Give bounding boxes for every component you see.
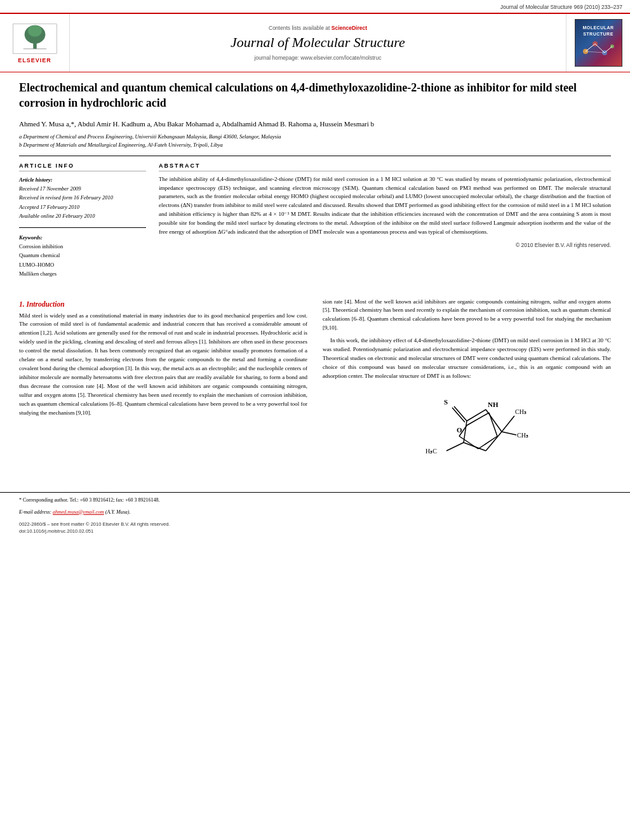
O-atom-label: O — [457, 426, 462, 434]
journal-ref-text: Journal of Molecular Structure 969 (2010… — [500, 4, 622, 10]
author-affiliations: a Department of Chemical and Process Eng… — [19, 133, 611, 149]
journal-reference: Journal of Molecular Structure 969 (2010… — [0, 0, 630, 13]
svg-line-25 — [452, 408, 465, 422]
keyword-3: LUMO–HOMO — [19, 260, 146, 269]
keywords-label: Keywords: — [19, 234, 146, 241]
affiliation-a: a Department of Chemical and Process Eng… — [19, 133, 611, 141]
svg-line-10 — [586, 44, 595, 51]
keyword-4: Mulliken charges — [19, 269, 146, 278]
svg-line-16 — [478, 436, 497, 449]
NH-label: NH — [488, 401, 499, 408]
body-text-left: Mild steel is widely used as a constitut… — [19, 312, 307, 418]
svg-line-23 — [464, 421, 467, 443]
article-info-label: ARTICLE INFO — [19, 163, 146, 171]
elsevier-label: ELSEVIER — [18, 57, 51, 63]
journal-title: Journal of Molecular Structure — [231, 34, 405, 51]
svg-line-26 — [502, 416, 514, 432]
svg-line-19 — [467, 410, 486, 421]
history-divider — [19, 227, 146, 228]
elsevier-logo-area: ELSEVIER — [0, 14, 70, 72]
intro-para-2: sion rate [4]. Most of the well known ac… — [323, 298, 611, 333]
history-label: Article history: — [19, 175, 146, 184]
accepted-date: Accepted 17 February 2010 — [19, 203, 146, 211]
S-label: S — [444, 398, 448, 406]
abstract-label: ABSTRACT — [159, 163, 611, 171]
article-info-abstract: ARTICLE INFO Article history: Received 1… — [19, 163, 611, 279]
footnote-star-text: * Corresponding author. Tel.: +60 3 8921… — [19, 497, 159, 503]
mol-struct-logo: MOLECULARSTRUCTURE — [575, 19, 622, 67]
article-info-column: ARTICLE INFO Article history: Received 1… — [19, 163, 146, 279]
email-suffix: (A.Y. Musa). — [105, 509, 131, 515]
body-col-left: 1. Introduction Mild steel is widely use… — [19, 298, 307, 473]
keyword-list: Corrosion inhibition Quantum chemical LU… — [19, 242, 146, 279]
abstract-column: ABSTRACT The inhibition ability of 4,4-d… — [159, 163, 611, 279]
issn-line: 0022-2860/$ – see front matter © 2010 El… — [19, 521, 170, 535]
keyword-2: Quantum chemical — [19, 251, 146, 260]
affiliation-b: b Department of Materials and Metallurgi… — [19, 141, 611, 149]
keywords-section: Keywords: Corrosion inhibition Quantum c… — [19, 234, 146, 279]
doi-text: doi:10.1016/j.molstruc.2010.02.051 — [19, 528, 170, 535]
abstract-text: The inhibition ability of 4,4-dimethylox… — [159, 175, 611, 237]
keyword-1: Corrosion inhibition — [19, 242, 146, 251]
journal-homepage: journal homepage: www.elsevier.com/locat… — [255, 55, 382, 61]
mol-struct-graphic — [579, 39, 617, 61]
mol-struct-logo-area: MOLECULARSTRUCTURE — [566, 14, 630, 72]
footnote-star: * Corresponding author. Tel.: +60 3 8921… — [19, 497, 611, 505]
svg-line-27 — [502, 432, 516, 435]
article-title: Electrochemical and quantum chemical cal… — [19, 80, 611, 111]
svg-line-24 — [454, 406, 467, 421]
footnote-bottom: 0022-2860/$ – see front matter © 2010 El… — [19, 521, 611, 535]
intro-para-1: Mild steel is widely used as a constitut… — [19, 312, 307, 418]
svg-line-22 — [464, 443, 486, 451]
available-date: Available online 20 February 2010 — [19, 211, 146, 220]
svg-line-28 — [446, 443, 464, 451]
svg-point-4 — [28, 25, 42, 36]
footnote-email: E-mail address: ahmed.musa@ymail.com (A.… — [19, 509, 611, 517]
body-col-right: sion rate [4]. Most of the well known ac… — [323, 298, 611, 473]
elsevier-tree-icon — [10, 23, 60, 55]
CH3-right-label: CH₃ — [517, 432, 528, 439]
sciencedirect-line: Contents lists available at ScienceDirec… — [269, 25, 367, 31]
H3C-label: H₃C — [426, 448, 437, 455]
chemical-structure-area: O NH S CH₃ CH₃ H₃C — [323, 390, 611, 473]
article-authors: Ahmed Y. Musa a,*, Abdul Amir H. Kadhum … — [19, 119, 611, 130]
email-label: E-mail address: — [19, 509, 51, 515]
issn-text: 0022-2860/$ – see front matter © 2010 El… — [19, 521, 170, 528]
sciencedirect-link[interactable]: ScienceDirect — [332, 25, 367, 31]
journal-title-area: Contents lists available at ScienceDirec… — [70, 14, 566, 72]
svg-line-11 — [595, 44, 605, 53]
svg-line-21 — [486, 432, 502, 451]
svg-line-13 — [586, 51, 605, 53]
body-two-col: 1. Introduction Mild steel is widely use… — [19, 298, 611, 473]
body-text-right: sion rate [4]. Most of the well known ac… — [323, 298, 611, 381]
email-link[interactable]: ahmed.musa@ymail.com — [53, 509, 104, 515]
article-divider — [19, 156, 611, 156]
footnote-area: * Corresponding author. Tel.: +60 3 8921… — [0, 492, 630, 541]
intro-para-3: In this work, the inhibitory effect of 4… — [323, 337, 611, 381]
section1-heading: 1. Introduction — [19, 300, 307, 308]
chemical-structure-svg: O NH S CH₃ CH₃ H₃C — [403, 390, 530, 473]
revised-date: Received in revised form 16 February 201… — [19, 193, 146, 202]
copyright: © 2010 Elsevier B.V. All rights reserved… — [159, 242, 611, 248]
CH3-top-label: CH₃ — [515, 408, 526, 415]
body-content: 1. Introduction Mild steel is widely use… — [0, 291, 630, 486]
received-date: Received 17 November 2009 — [19, 184, 146, 193]
article-history: Article history: Received 17 November 20… — [19, 175, 146, 221]
journal-header: ELSEVIER Contents lists available at Sci… — [0, 13, 630, 72]
svg-line-20 — [486, 410, 502, 432]
svg-line-12 — [605, 46, 612, 53]
article-content: Electrochemical and quantum chemical cal… — [0, 72, 630, 291]
